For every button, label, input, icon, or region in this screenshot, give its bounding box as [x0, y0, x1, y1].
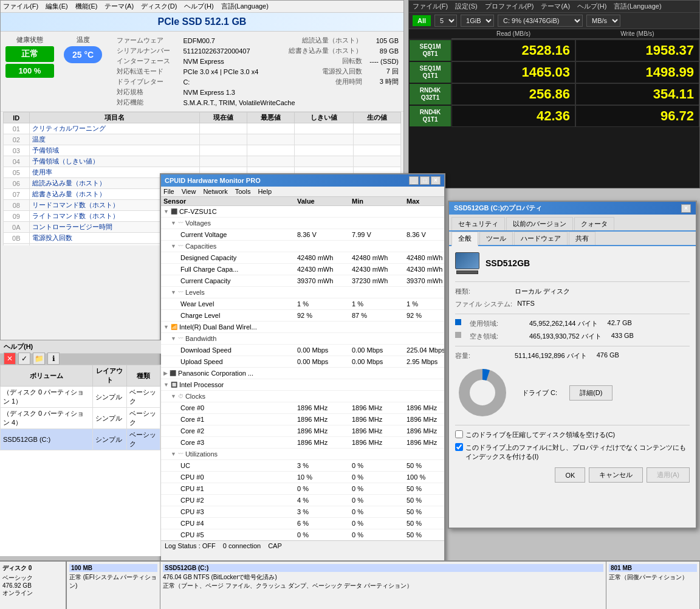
tab-hardware[interactable]: ハードウェア [514, 232, 568, 245]
smart-row: 02 温度 [4, 134, 401, 145]
hwmon-minimize-btn[interactable]: _ [409, 176, 419, 185]
core1-label: Core #1 [163, 414, 297, 425]
cdi-menu-func[interactable]: 機能(E) [75, 2, 98, 11]
tree-bandwidth-group[interactable]: ▼ 〰 Bandwidth [161, 333, 444, 345]
smart-thresh [294, 156, 354, 167]
cdi-menu-help[interactable]: ヘルプ(H) [184, 2, 213, 11]
tree-clocks-group[interactable]: ▼ ⏱ Clocks [161, 391, 444, 402]
hwmon-menu-tools[interactable]: Tools [235, 188, 251, 195]
tab-general[interactable]: 全般 [451, 232, 478, 246]
smart-current [200, 123, 247, 134]
tab-share[interactable]: 共有 [569, 232, 595, 245]
cdm-all-button[interactable]: All [413, 15, 431, 26]
compress-checkbox[interactable] [455, 430, 463, 438]
voltages-label: Voltages [185, 218, 211, 229]
fs-value: NTFS [517, 300, 535, 309]
expand-icon-intel: ▼ [163, 379, 169, 390]
cdm-menu-settings[interactable]: 設定(S) [455, 2, 478, 11]
full-charge-label: Full Charge Capa... [163, 264, 297, 275]
cdi-menu-theme[interactable]: テーマ(A) [105, 2, 134, 11]
icon-check[interactable]: ✓ [18, 353, 30, 365]
tree-intel-wifi[interactable]: ▼ 📶 Intel(R) Dual Band Wirel... [161, 322, 444, 333]
disk-list-item[interactable]: SSD512GB (C:) シンプル ベーシック [1, 429, 160, 450]
disk-list-item[interactable]: （ディスク 0 パーティション 4） シンプル ベーシック [1, 408, 160, 429]
tab-security[interactable]: セキュリティ [451, 217, 505, 230]
tree-voltages-group[interactable]: ▼ 〰 Voltages [161, 218, 444, 229]
cdm-menu-theme[interactable]: テーマ(A) [541, 2, 570, 11]
tree-cf-vzsu1c[interactable]: ▼ ⬛ CF-VZSU1C [161, 206, 444, 218]
tree-utilizations-group[interactable]: ▼ 〰 Utilizations [161, 449, 444, 460]
cdm-read-3: 42.36 [451, 105, 575, 127]
index-checkbox[interactable] [455, 443, 463, 451]
cdi-menu-lang[interactable]: 言語(Language) [221, 2, 269, 11]
seg1-desc: 正常 (EFIシステム パーティション) [69, 573, 157, 590]
cdm-menu-lang[interactable]: 言語(Language) [614, 2, 661, 11]
cdi-disk-title: PCIe SSD 512.1 GB [158, 16, 247, 27]
download-speed-value: 0.00 Mbps [297, 345, 352, 356]
ssd-close-btn[interactable]: × [681, 204, 691, 213]
smart-raw [354, 145, 401, 156]
icon-info[interactable]: ℹ [47, 353, 60, 365]
cdm-menu-profile[interactable]: プロファイル(P) [485, 2, 534, 11]
tree-intel-proc[interactable]: ▼ 🔲 Intel Processor [161, 379, 444, 391]
temp-label: 温度 [77, 35, 90, 44]
core1-value: 1896 MHz [297, 414, 352, 425]
cpu2-value: 4 % [297, 495, 352, 506]
cpu5-max: 50 % [407, 529, 444, 540]
smart-thresh [294, 123, 354, 134]
cdm-runs-select[interactable]: 5 [434, 15, 457, 27]
icon-folder[interactable]: 📁 [33, 353, 45, 365]
cdi-menu-disk[interactable]: ディスク(D) [141, 2, 177, 11]
tab-quota[interactable]: クォータ [574, 217, 614, 230]
details-btn[interactable]: 詳細(D) [569, 385, 612, 401]
ok-btn[interactable]: OK [555, 467, 585, 483]
current-capacity-value: 39370 mWh [297, 275, 352, 286]
tab-tools[interactable]: ツール [479, 232, 513, 245]
capacities-icon: 〰 [178, 241, 184, 252]
index-checkbox-row: このドライブ上のファイルに対し、プロパティだけでなくコンテンツにもインデックスを… [455, 443, 690, 461]
col-raw: 生の値 [354, 112, 401, 123]
apply-btn[interactable]: 適用(A) [647, 467, 690, 483]
help-label[interactable]: ヘルプ(H) [4, 343, 33, 350]
cdm-read-0: 2528.16 [451, 40, 575, 61]
hwmon-maximize-btn[interactable]: □ [420, 176, 430, 185]
hwmon-menu-view[interactable]: View [182, 188, 196, 195]
hwmon-menu-file[interactable]: File [163, 188, 174, 195]
col-id: ID [4, 112, 30, 123]
bottom-bar: ディスク 0 ベーシック 476.92 GB オンライン 100 MB 正常 (… [0, 560, 700, 609]
hwmon-cap: CAP [268, 542, 282, 549]
wear-level-min: 1 % [352, 298, 407, 309]
charge-level-label: Charge Level [163, 310, 297, 321]
tree-capacities-group[interactable]: ▼ 〰 Capacities [161, 241, 444, 252]
cancel-btn[interactable]: キャンセル [589, 467, 643, 483]
cdm-size-select[interactable]: 1GiB [461, 15, 494, 27]
hwmon-close-btn[interactable]: × [431, 176, 441, 185]
tree-levels-group[interactable]: ▼ 〰 Levels [161, 287, 444, 298]
tab-prev-versions[interactable]: 以前のバージョン [506, 217, 573, 230]
upload-speed-max: 2.95 Mbps [407, 356, 444, 367]
core2-label: Core #2 [163, 425, 297, 436]
ssd-divider3 [455, 346, 690, 346]
icon-close[interactable]: ✕ [4, 353, 16, 365]
hwmon-col-value: Value [297, 198, 352, 205]
smart-id: 06 [4, 178, 30, 189]
tree-core3: Core #3 1896 MHz 1896 MHz 1896 MHz [161, 437, 444, 449]
cdm-drive-select[interactable]: C: 9% (43/476GiB) [498, 15, 583, 27]
disk-list-item[interactable]: （ディスク 0 パーティション 1） シンプル ベーシック [1, 387, 160, 408]
expand-icon: ▼ [163, 206, 169, 217]
hwmon-menu-network[interactable]: Network [203, 188, 227, 195]
hwmon-tree: ▼ ⬛ CF-VZSU1C ▼ 〰 Voltages Current Volta… [161, 206, 444, 540]
cdi-menu-file[interactable]: ファイル(F) [3, 2, 38, 11]
tree-full-charge: Full Charge Capa... 42430 mWh 42430 mWh … [161, 264, 444, 275]
cdm-menu-file[interactable]: ファイル(F) [413, 2, 448, 11]
power-hours-label: 使用時間 [272, 77, 365, 87]
tree-panasonic[interactable]: ▶ ⬛ Panasonic Corporation ... [161, 368, 444, 379]
cdi-menu-edit[interactable]: 編集(E) [46, 2, 68, 11]
hwmon-menu-help[interactable]: Help [258, 188, 272, 195]
capacity-label: 容量: [455, 351, 510, 360]
wear-level-max: 1 % [407, 298, 444, 309]
cdm-unit-select[interactable]: MB/s [586, 15, 620, 27]
smart-id: 01 [4, 123, 30, 134]
full-charge-min: 42430 mWh [352, 264, 407, 275]
cdm-menu-help[interactable]: ヘルプ(H) [577, 2, 606, 11]
